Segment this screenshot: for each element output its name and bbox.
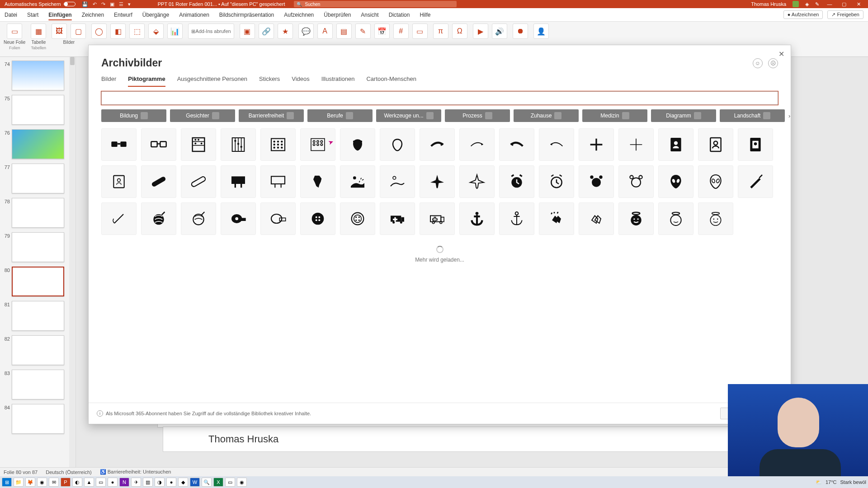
button-outline-icon[interactable] <box>340 202 375 235</box>
chip-werkzeuge[interactable]: Werkzeuge un... <box>376 109 441 122</box>
chip-bildung[interactable]: Bildung <box>101 109 166 122</box>
clapping-hands-outline-icon[interactable] <box>579 202 614 235</box>
button-filled-icon[interactable] <box>300 202 335 235</box>
chip-diagramm[interactable]: Diagramm <box>651 109 716 122</box>
chip-zuhause[interactable]: Zuhause <box>514 109 579 122</box>
weather-temp[interactable]: 17°C <box>826 479 837 485</box>
tab-ueberpruefen[interactable]: Überprüfen <box>324 12 351 18</box>
plus-thin-icon[interactable] <box>618 128 654 161</box>
video-icon[interactable]: ▶ <box>473 23 488 39</box>
app2-icon[interactable]: ▭ <box>96 478 106 487</box>
addins-icon[interactable]: ⊞ Add-Ins abrufen <box>188 23 234 39</box>
smartart-icon[interactable]: ⬙ <box>148 23 164 39</box>
tab-cartoon[interactable]: Cartoon-Menschen <box>366 75 416 87</box>
chip-berufe[interactable]: Berufe <box>307 109 373 122</box>
edge-icon[interactable]: ◉ <box>237 478 247 487</box>
anchor-filled-icon[interactable] <box>459 202 495 235</box>
needle-icon[interactable] <box>738 165 773 198</box>
minimize-button[interactable]: — <box>826 1 834 7</box>
vlc-icon[interactable]: ▲ <box>84 478 94 487</box>
tape-measure-outline-icon[interactable] <box>260 202 296 235</box>
slide-thumb[interactable] <box>12 335 64 365</box>
tab-personen[interactable]: Ausgeschnittene Personen <box>177 75 247 87</box>
chrome-icon[interactable]: ◉ <box>37 478 47 487</box>
tab-piktogramme[interactable]: Piktogramme <box>128 75 165 87</box>
comment-icon[interactable]: 💬 <box>298 23 314 39</box>
angel-face-filled-icon[interactable] <box>618 202 654 235</box>
tab-uebergaenge[interactable]: Übergänge <box>142 12 169 18</box>
feedback-happy-icon[interactable]: ☺ <box>753 58 763 68</box>
new-slide-icon[interactable]: ▭ <box>7 23 22 39</box>
undo-icon[interactable]: ↶ <box>93 1 97 7</box>
link-icon[interactable]: 🔗 <box>259 23 274 39</box>
user-avatar[interactable] <box>793 1 799 7</box>
slideshow-icon[interactable]: ▣ <box>110 1 114 7</box>
farmland-filled-icon[interactable] <box>340 165 375 198</box>
firefox-icon[interactable]: 🦊 <box>25 478 35 487</box>
app6-icon[interactable]: ● <box>166 478 176 487</box>
search-box[interactable]: 🔍 Suchen <box>294 1 457 7</box>
bandage-filled-icon[interactable] <box>141 165 176 198</box>
textbox-icon[interactable]: A <box>317 23 333 39</box>
glasses-3d-filled-icon[interactable] <box>101 128 137 161</box>
tab-aufzeichnen[interactable]: Aufzeichnen <box>284 12 314 18</box>
slide-thumb[interactable] <box>12 61 64 90</box>
taskbar[interactable]: ⊞ 📁 🦊 ◉ ✉ P ◐ ▲ ▭ ● N ✈ ▥ ◑ ● ◆ W 🔍 X ▭ … <box>0 476 868 488</box>
screen-rec-icon[interactable]: ⏺ <box>513 23 528 39</box>
images-icon[interactable]: 🖼 <box>52 23 67 39</box>
acorn-filled-icon[interactable] <box>340 128 375 161</box>
abacus-3-icon[interactable] <box>260 128 296 161</box>
dialog-close-icon[interactable]: ✕ <box>778 50 784 58</box>
arrow-curve-right-bold-icon[interactable] <box>420 128 455 161</box>
app9-icon[interactable]: ▭ <box>225 478 235 487</box>
coming-soon-icon[interactable]: ◈ <box>805 1 809 7</box>
tab-entwurf[interactable]: Entwurf <box>114 12 132 18</box>
start-icon[interactable]: ⊞ <box>2 478 12 487</box>
slide-thumb[interactable] <box>12 267 64 296</box>
word-icon[interactable]: W <box>190 478 200 487</box>
app5-icon[interactable]: ◑ <box>155 478 165 487</box>
address-book-dark-icon[interactable] <box>738 128 773 161</box>
telegram-icon[interactable]: ✈ <box>131 478 141 487</box>
alien-outline-icon[interactable] <box>698 165 733 198</box>
app8-icon[interactable]: 🔍 <box>202 478 212 487</box>
toggle-switch-icon[interactable] <box>64 2 75 6</box>
arrow-curve-left-thin-icon[interactable] <box>539 128 574 161</box>
airplane-outline-icon[interactable] <box>459 165 495 198</box>
feedback-sad-icon[interactable]: ☹ <box>768 58 778 68</box>
slide-thumb[interactable] <box>12 404 64 434</box>
app7-icon[interactable]: ◆ <box>178 478 188 487</box>
models-icon[interactable]: ◧ <box>110 23 126 39</box>
object-icon[interactable]: ▭ <box>412 23 428 39</box>
alarm-bells-outline-icon[interactable] <box>618 165 654 198</box>
farmland-outline-icon[interactable] <box>380 165 415 198</box>
status-lang[interactable]: Deutsch (Österreich) <box>46 469 91 475</box>
arrow-curve-left-bold-icon[interactable] <box>499 128 534 161</box>
tab-dictation[interactable]: Dictation <box>389 12 410 18</box>
more-icon[interactable]: ▾ <box>128 1 131 7</box>
tab-praesentation[interactable]: Bildschirmpräsentation <box>219 12 274 18</box>
app-icon[interactable]: ◐ <box>72 478 82 487</box>
slide-thumb[interactable] <box>12 198 64 228</box>
equation-icon[interactable]: π <box>433 23 448 39</box>
slidenum-icon[interactable]: # <box>393 23 409 39</box>
touch-icon[interactable]: ☰ <box>119 1 123 7</box>
shapes-icon[interactable]: ◯ <box>91 23 107 39</box>
excel-icon[interactable]: X <box>213 478 223 487</box>
tab-zeichnen[interactable]: Zeichnen <box>82 12 104 18</box>
arrow-curve-right-thin-icon[interactable] <box>459 128 495 161</box>
audio-icon[interactable]: 🔊 <box>492 23 507 39</box>
tab-ansicht[interactable]: Ansicht <box>361 12 378 18</box>
explorer-icon[interactable]: 📁 <box>14 478 24 487</box>
chip-barrierefreiheit[interactable]: Barrierefreiheit <box>239 109 304 122</box>
tab-datei[interactable]: Datei <box>5 12 17 18</box>
yarn-filled-icon[interactable] <box>141 202 176 235</box>
bandage-outline-icon[interactable] <box>181 165 216 198</box>
slide-thumb[interactable] <box>12 370 64 399</box>
screenshot-icon[interactable]: ▢ <box>71 23 86 39</box>
slide-thumb[interactable] <box>12 301 64 331</box>
angel-face-outline-2-icon[interactable] <box>698 202 733 235</box>
alarm-clock-outline-icon[interactable] <box>539 165 574 198</box>
yarn-outline-icon[interactable] <box>181 202 216 235</box>
table-icon[interactable]: ▦ <box>31 23 46 39</box>
